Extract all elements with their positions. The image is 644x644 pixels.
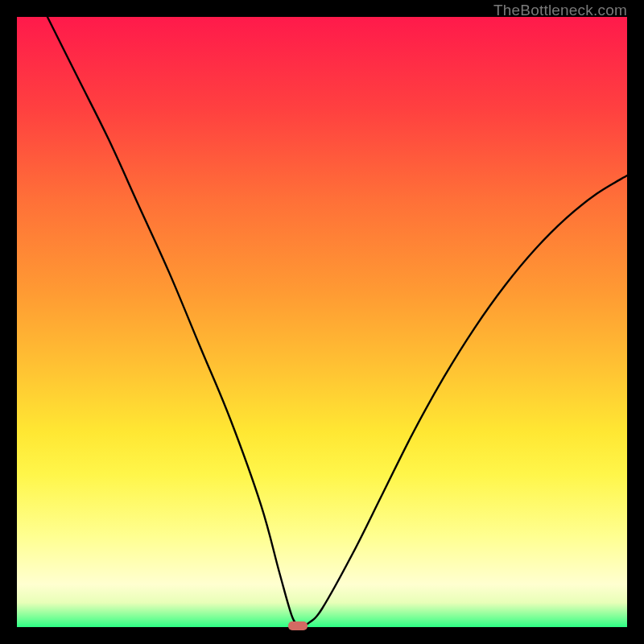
chart-frame: TheBottleneck.com <box>0 0 644 644</box>
curve-svg <box>17 17 627 627</box>
plot-area <box>17 17 627 627</box>
bottleneck-curve-path <box>47 17 627 625</box>
minimum-marker <box>288 621 308 630</box>
